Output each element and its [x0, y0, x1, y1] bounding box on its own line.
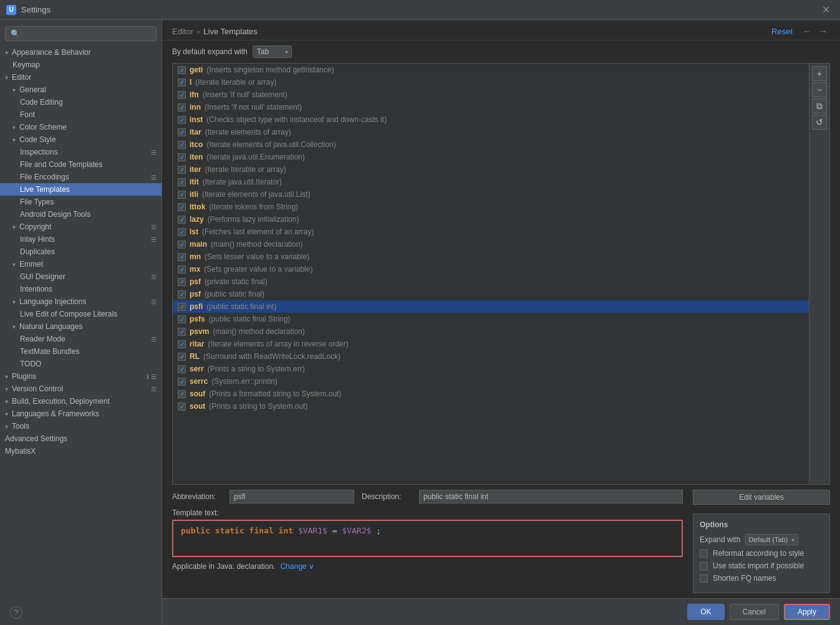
sidebar-item-version-control[interactable]: ▾Version Control☰ [0, 383, 162, 395]
sidebar-item-live-templates[interactable]: Live Templates [0, 183, 162, 196]
template-item[interactable]: ritar (Iterate elements of array in reve… [173, 338, 809, 350]
sidebar-item-reader-mode[interactable]: Reader Mode☰ [0, 333, 162, 345]
template-item[interactable]: I (Iterate Iterable or array) [173, 76, 809, 88]
template-item[interactable]: psf (private static final) [173, 275, 809, 288]
template-checkbox[interactable] [178, 178, 186, 186]
template-checkbox[interactable] [178, 241, 186, 249]
template-checkbox[interactable] [178, 290, 186, 298]
shorten-fq-checkbox[interactable] [700, 575, 708, 583]
nav-forward-button[interactable]: → [816, 26, 830, 36]
change-link[interactable]: Change ∨ [280, 562, 314, 571]
sidebar-item-natural-languages[interactable]: ▾Natural Languages [0, 320, 162, 333]
template-item[interactable]: serrc (System.err::println) [173, 375, 809, 388]
sidebar-item-file-types[interactable]: File Types [0, 196, 162, 208]
template-item[interactable]: inn (Inserts 'if not null' statement) [173, 101, 809, 113]
description-input[interactable] [419, 490, 683, 503]
template-checkbox[interactable] [178, 103, 186, 112]
add-template-button[interactable]: + [812, 66, 827, 81]
template-item[interactable]: lst (Fetches last element of an array) [173, 226, 809, 238]
sidebar-item-plugins[interactable]: ▾Pluginsℹ ☰ [0, 370, 162, 383]
sidebar-item-inspections[interactable]: Inspections☰ [0, 146, 162, 158]
template-item[interactable]: main (main() method declaration) [173, 238, 809, 250]
template-item[interactable]: ifn (Inserts 'if null' statement) [173, 88, 809, 101]
template-item[interactable]: itit (Iterate java.util.Iterator) [173, 176, 809, 188]
sidebar-item-inlay-hints[interactable]: Inlay Hints☰ [0, 233, 162, 246]
sidebar-item-advanced-settings[interactable]: Advanced Settings [0, 432, 162, 445]
cancel-button[interactable]: Cancel [730, 604, 779, 620]
sidebar-item-code-editing[interactable]: Code Editing [0, 96, 162, 108]
template-item[interactable]: itco (Iterate elements of java.util.Coll… [173, 138, 809, 151]
template-code-area[interactable]: public static final int $VAR1$ = $VAR2$ … [172, 520, 683, 557]
template-checkbox[interactable] [178, 303, 186, 311]
template-checkbox[interactable] [178, 340, 186, 348]
template-checkbox[interactable] [178, 66, 186, 74]
abbreviation-input[interactable] [229, 490, 354, 503]
template-checkbox[interactable] [178, 91, 186, 99]
template-item[interactable]: geti (Inserts singleton method getInstan… [173, 64, 809, 76]
template-checkbox[interactable] [178, 166, 186, 174]
template-item[interactable]: mn (Sets lesser value to a variable) [173, 250, 809, 263]
template-checkbox[interactable] [178, 353, 186, 361]
template-item[interactable]: mx (Sets greater value to a variable) [173, 263, 809, 275]
copy-template-button[interactable]: ⧉ [812, 98, 827, 113]
template-item[interactable]: itar (Iterate elements of array) [173, 126, 809, 138]
template-item[interactable]: serr (Prints a string to System.err) [173, 363, 809, 375]
edit-variables-button[interactable]: Edit variables [693, 490, 830, 505]
sidebar-item-appearance[interactable]: ▾Appearance & Behavior [0, 46, 162, 59]
reformat-checkbox[interactable] [700, 550, 708, 558]
template-checkbox[interactable] [178, 390, 186, 398]
options-expand-select[interactable]: Default (Tab) Tab Space Enter [745, 534, 798, 545]
template-checkbox[interactable] [178, 216, 186, 224]
sidebar-item-live-edit[interactable]: Live Edit of Compose Literals [0, 308, 162, 320]
template-checkbox[interactable] [178, 191, 186, 199]
sidebar-item-todo[interactable]: TODO [0, 358, 162, 370]
template-checkbox[interactable] [178, 315, 186, 323]
template-checkbox[interactable] [178, 153, 186, 161]
sidebar-item-language-injections[interactable]: ▾Language Injections☰ [0, 295, 162, 308]
template-item[interactable]: psfs (public static final String) [173, 313, 809, 325]
static-import-checkbox[interactable] [700, 562, 708, 570]
sidebar-item-code-style[interactable]: ▾Code Style [0, 133, 162, 146]
template-checkbox[interactable] [178, 203, 186, 211]
template-item[interactable]: iten (Iterate java.util.Enumeration) [173, 151, 809, 163]
template-item[interactable]: sout (Prints a string to System.out) [173, 400, 809, 413]
sidebar-item-keymap[interactable]: Keymap [0, 59, 162, 71]
sidebar-item-file-code-templates[interactable]: File and Code Templates [0, 158, 162, 171]
apply-button[interactable]: Apply [784, 604, 830, 620]
template-checkbox[interactable] [178, 253, 186, 261]
template-checkbox[interactable] [178, 328, 186, 336]
close-button[interactable]: ✕ [818, 2, 834, 17]
sidebar-item-editor[interactable]: ▾Editor [0, 71, 162, 83]
sidebar-item-languages-frameworks[interactable]: ▾Languages & Frameworks [0, 408, 162, 420]
sidebar-item-duplicates[interactable]: Duplicates [0, 246, 162, 258]
template-item[interactable]: iter (Iterate Iterable or array) [173, 163, 809, 176]
sidebar-item-mybatisx[interactable]: MybatisX [0, 445, 162, 457]
template-item[interactable]: inst (Checks object type with instanceof… [173, 113, 809, 126]
expand-select[interactable]: Tab Space Enter [253, 45, 292, 58]
reset-button[interactable]: Reset [771, 27, 793, 36]
template-checkbox[interactable] [178, 278, 186, 286]
sidebar-item-emmet[interactable]: ▾Emmet [0, 258, 162, 270]
remove-template-button[interactable]: − [812, 82, 827, 97]
template-item[interactable]: itli (Iterate elements of java.util.List… [173, 188, 809, 201]
sidebar-item-tools[interactable]: ▾Tools [0, 420, 162, 432]
sidebar-item-build-execution[interactable]: ▾Build, Execution, Deployment [0, 395, 162, 408]
template-item[interactable]: psfi (public static final int) [173, 300, 809, 313]
sidebar-item-font[interactable]: Font [0, 108, 162, 121]
search-input[interactable] [5, 26, 157, 41]
sidebar-item-gui-designer[interactable]: GUI Designer☰ [0, 270, 162, 283]
template-list-scroll[interactable]: geti (Inserts singleton method getInstan… [172, 63, 809, 485]
revert-template-button[interactable]: ↺ [812, 115, 827, 130]
template-checkbox[interactable] [178, 116, 186, 124]
template-item[interactable]: RL (Surround with ReadWriteLock.readLock… [173, 350, 809, 363]
sidebar-item-intentions[interactable]: Intentions [0, 283, 162, 295]
sidebar-item-android-design[interactable]: Android Design Tools [0, 208, 162, 221]
template-item[interactable]: souf (Prints a formatted string to Syste… [173, 388, 809, 400]
template-checkbox[interactable] [178, 128, 186, 136]
nav-back-button[interactable]: ← [800, 26, 814, 36]
template-checkbox[interactable] [178, 365, 186, 373]
sidebar-item-copyright[interactable]: ▾Copyright☰ [0, 221, 162, 233]
template-checkbox[interactable] [178, 403, 186, 411]
template-checkbox[interactable] [178, 228, 186, 236]
template-checkbox[interactable] [178, 378, 186, 386]
